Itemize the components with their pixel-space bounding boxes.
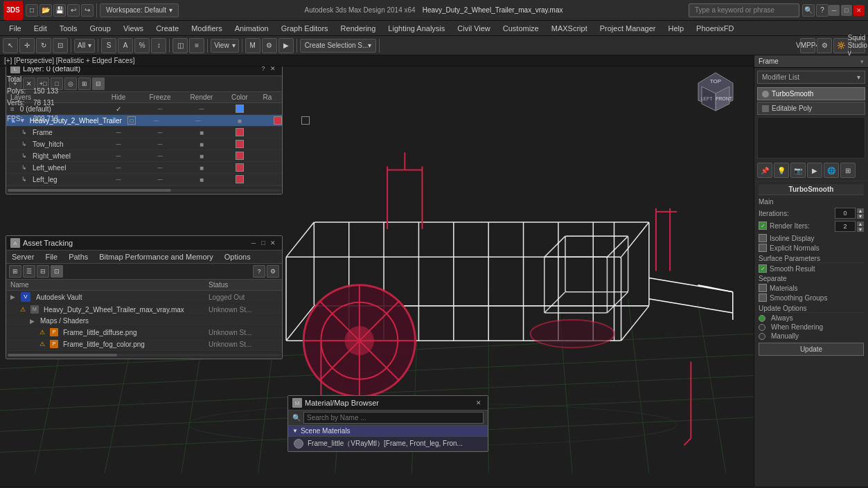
asset-menu-options[interactable]: Options [222,251,254,262]
layer-merge-btn[interactable]: ⊞ [78,78,91,90]
maximize-btn[interactable]: □ [841,5,852,16]
asset-menu-file[interactable]: File [42,251,60,262]
menu-animation[interactable]: Animation [229,21,274,35]
modifier-editable-poly[interactable]: Editable Poly [757,102,865,115]
undo-btn[interactable]: ↩ [67,4,80,17]
asset-panel-max[interactable]: □ [258,238,268,248]
ts-always-radio[interactable] [759,315,765,322]
menu-maxscript[interactable]: MAXScript [546,21,593,35]
ts-render-up[interactable]: ▲ [857,222,864,226]
asset-row-fog-color[interactable]: ⚠ P Frame_little_fog_color.png Unknown S… [6,338,282,350]
menu-rendering[interactable]: Rendering [335,21,382,35]
move-btn[interactable]: ✛ [19,38,35,53]
menu-lighting[interactable]: Lighting Analysis [382,21,450,35]
asset-tb-4[interactable]: ⊡ [51,265,63,278]
minimize-btn[interactable]: ─ [829,5,840,16]
spinner-snap[interactable]: ↕ [151,38,166,53]
ts-explicit-cb[interactable] [759,244,767,252]
layer-row-right-wheel[interactable]: ↳Right_wheel ──■ [6,150,282,162]
angle-snap[interactable]: A [118,38,133,53]
mat-search-input[interactable] [303,412,484,424]
asset-tb-1[interactable]: ⊞ [9,265,21,278]
viewport[interactable]: [+] [Perspective] [Realistic + Edged Fac… [0,55,754,487]
layer-expand-btn[interactable]: ⊟ [92,78,105,90]
extra2-btn[interactable]: 🔆 [833,38,849,53]
material-editor-btn[interactable]: M [245,38,260,53]
ts-iterations-input[interactable] [835,208,856,219]
mat-scene-materials-header[interactable]: ▼ Scene Materials [288,426,488,437]
layer-highlight-btn[interactable]: ◎ [64,78,77,90]
menu-file[interactable]: File [3,21,27,35]
selection-set-dropdown[interactable]: Create Selection S...▾ [300,39,377,53]
filter-dropdown[interactable]: All▾ [74,39,95,53]
asset-row-main-file[interactable]: ⚠ M Heavy_Duty_2_Wheel_Trailer_max_vray.… [6,304,282,316]
menu-civil[interactable]: Civil View [452,21,495,35]
snap-toggle[interactable]: S [101,38,116,53]
modifier-list-header[interactable]: Modifier List ▾ [757,71,865,84]
ts-smoothing-cb[interactable] [759,293,767,302]
asset-row-diffuse[interactable]: ⚠ P Frame_little_diffuse.png Unknown St.… [6,327,282,338]
menu-edit[interactable]: Edit [28,21,53,35]
render-btn[interactable]: ▶ [278,38,294,53]
squid-studio-btn[interactable]: Squid Studio v [850,38,865,53]
menu-create[interactable]: Create [150,21,184,35]
ts-isoline-cb[interactable] [759,234,767,242]
asset-row-maps-folder[interactable]: ▶ Maps / Shaders [6,316,282,327]
asset-row-vault[interactable]: ▶ V Autodesk Vault Logged Out [6,291,282,304]
render-setup-btn[interactable]: ⚙ [262,38,277,53]
menu-customize[interactable]: Customize [497,21,544,35]
ts-materials-cb[interactable] [759,284,767,292]
ts-update-btn[interactable]: Update [759,343,864,356]
menu-group[interactable]: Group [84,21,116,35]
rp-light-btn[interactable]: 💡 [774,163,789,178]
modifier-turbosmooth[interactable]: TurboSmooth [757,87,865,100]
vmpp4-btn[interactable]: VMPP4 [800,38,815,53]
layer-row-left-wheel[interactable]: ↳Left_wheel ──■ [6,162,282,174]
mat-panel-close[interactable]: ✕ [474,398,484,408]
asset-tb-2[interactable]: ☰ [23,265,35,278]
rp-cam-btn[interactable]: 📷 [790,163,806,178]
menu-help[interactable]: Help [662,21,689,35]
new-btn[interactable]: □ [26,4,38,17]
select-btn[interactable]: ↖ [3,38,18,53]
ts-iterations-up[interactable]: ▲ [857,208,864,213]
asset-menu-paths[interactable]: Paths [66,251,91,262]
rp-env-btn[interactable]: 🌐 [824,163,839,178]
close-btn[interactable]: ✕ [853,5,865,16]
menu-modifiers[interactable]: Modifiers [186,21,228,35]
nav-cube[interactable]: TOP FRONT LEFT [691,69,740,118]
mirror-btn[interactable]: ◫ [172,38,188,53]
rp-render-btn[interactable]: ⊞ [840,163,856,178]
ts-smooth-cb[interactable]: ✓ [759,264,767,273]
ts-render-iters-cb[interactable]: ✓ [759,222,767,230]
view-dropdown[interactable]: View▾ [211,39,239,53]
ts-iterations-down[interactable]: ▼ [857,214,864,219]
save-btn[interactable]: 💾 [53,4,66,17]
open-btn[interactable]: 📂 [39,4,52,17]
layer-row-left-leg[interactable]: ↳Left_leg ──■ [6,174,282,186]
search-bar[interactable]: Type a keyword or phrase [689,3,799,17]
asset-tb-3[interactable]: ⊟ [37,265,49,278]
menu-tools[interactable]: Tools [54,21,83,35]
menu-graph-editors[interactable]: Graph Editors [276,21,334,35]
asset-tb-5[interactable]: ? [253,265,265,278]
extra1-btn[interactable]: ⚙ [817,38,832,53]
menu-project[interactable]: Project Manager [594,21,662,35]
redo-btn[interactable]: ↪ [81,4,94,17]
ts-render-down[interactable]: ▼ [857,227,864,232]
ts-manually-radio[interactable] [759,333,765,340]
menu-phoenixfd[interactable]: PhoenixFD [691,21,739,35]
rotate-btn[interactable]: ↻ [36,38,51,53]
asset-panel-min[interactable]: ─ [249,238,258,248]
asset-menu-server[interactable]: Server [9,251,37,262]
asset-panel-close[interactable]: ✕ [268,238,278,248]
mat-item-frame[interactable]: Frame_little（VRayMtl）[Frame, Front_leg, … [288,437,488,451]
help-icon[interactable]: ? [816,4,829,17]
menu-views[interactable]: Views [118,21,149,35]
scale-btn[interactable]: ⊡ [53,38,68,53]
align-btn[interactable]: ≡ [189,38,204,53]
search-icon[interactable]: 🔍 [802,4,815,17]
ts-render-iters-input[interactable] [835,221,856,232]
workspace-dropdown[interactable]: Workspace: Default ▾ [100,3,179,17]
layer-row-frame[interactable]: ↳Frame ──■ [6,127,282,138]
